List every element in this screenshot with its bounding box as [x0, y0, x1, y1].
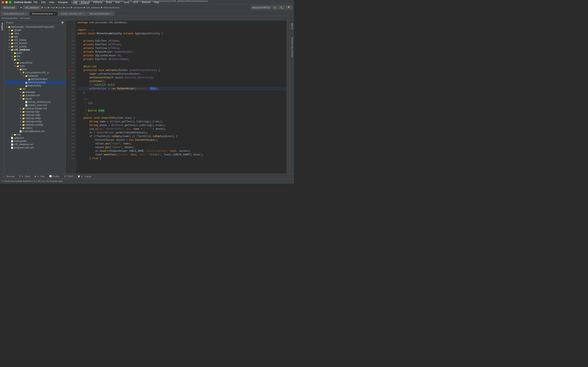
code-editor[interactable]: 1 2 17 18 19 20 21 22 23 24 25 26 27 28 …: [66, 20, 290, 174]
tree-item-java[interactable]: ▼ 📁 java: [4, 68, 66, 71]
tree-item-androidmanifest[interactable]: 📄 AndroidManifest.xml: [4, 130, 66, 133]
tab-directoryactivity[interactable]: DirectoryActivity.java ✕: [29, 11, 58, 16]
tree-item-drawable-v24[interactable]: ▶ 📁 drawable-v24: [4, 94, 66, 97]
javadoc-start-36: /**: [84, 98, 88, 101]
tree-item-mainactivity[interactable]: ☕ MainActivity: [4, 84, 66, 87]
minimize-button[interactable]: [5, 1, 8, 3]
close-tab-androidmanifest[interactable]: ✕: [25, 13, 26, 15]
tree-item-c05database[interactable]: ▼ 📁 c05_database: [4, 48, 66, 51]
tab-androidmanifest[interactable]: AndroidManifest.xml ✕: [1, 11, 29, 16]
project-dropdown[interactable]: MyExample: [2, 6, 17, 9]
tree-item-directoryactivity[interactable]: ☕ DirectoryActivity: [4, 81, 66, 84]
label-myopenhelper: MyOpenHelper: [31, 78, 48, 81]
tree-item-c04activity[interactable]: ▶ 📁 c04_activity: [4, 45, 66, 48]
logcat-num: 6: [81, 175, 82, 178]
label-c03dialog: c03_Dialog: [14, 39, 26, 42]
kw-protected-28: protected: [84, 68, 97, 72]
tree-item-proguard[interactable]: 📄 proguard-rules.pro: [4, 146, 66, 149]
tree-item-drawable[interactable]: ▶ 📁 drawable: [4, 91, 66, 94]
line-num-47: 47: [66, 138, 74, 142]
tree-item-gitignore[interactable]: 📄 .gitignore: [4, 136, 66, 140]
indent-40: [78, 113, 85, 116]
close-tab-activity-directory[interactable]: ✕: [82, 13, 84, 15]
tree-item-test[interactable]: ▶ 📁 test: [4, 133, 66, 136]
semi-24: ;: [120, 54, 122, 58]
menu-edit[interactable]: Edit: [40, 0, 47, 4]
tree-item-app[interactable]: ▶ 📁 app: [4, 35, 66, 38]
tree-item-libs[interactable]: ▶ 📁 libs: [4, 55, 66, 58]
label-gitignore: .gitignore: [14, 136, 24, 139]
tab-myopenhelper[interactable]: MyOpenHelper.java ✕: [87, 11, 114, 16]
breadcrumb-method[interactable]: onCreate(): [20, 17, 31, 19]
tree-item-activity-directory-xml[interactable]: 📄 activity_directory.xml: [4, 100, 66, 104]
module-dropdown[interactable]: c05_database: [23, 6, 41, 9]
tree-item-mipmap-mdpi[interactable]: ▶ 📁 mipmap-mdpi: [4, 113, 66, 117]
tree-item-mipmap-xxxhdpi[interactable]: ▶ 📁 mipmap-xxxhdpi: [4, 123, 66, 126]
close-tab-directoryactivity[interactable]: ✕: [53, 13, 55, 15]
debug-button[interactable]: 🐛: [278, 6, 285, 9]
tree-item-database-folder[interactable]: ▼ 📁 database: [4, 74, 66, 77]
tree-item-c03listview[interactable]: ▶ 📁 c03_listview: [4, 42, 66, 45]
maximize-button[interactable]: [9, 1, 11, 3]
bottom-tab-logcat[interactable]: 📋 6: Logcat: [76, 175, 93, 178]
tree-item-src[interactable]: ▼ 📁 src: [4, 58, 66, 61]
tree-item-main[interactable]: ▼ 📁 main: [4, 64, 66, 68]
label-iml: c05_database.iml: [14, 143, 33, 146]
traffic-lights[interactable]: [2, 1, 11, 3]
tab-activity-directory-xml[interactable]: activity_directory.xml ✕: [58, 11, 86, 16]
tree-item-res[interactable]: ▼ 📁 res: [4, 87, 66, 91]
menu-view[interactable]: View: [48, 0, 56, 4]
bottom-tab-build[interactable]: ⚒ 4: Build: [17, 175, 32, 178]
kw-import: import: [78, 28, 86, 32]
tree-item-mipmap-anydpi[interactable]: ▶ 📁 mipmap-anydpi-v26: [4, 107, 66, 110]
tree-item-idea[interactable]: ▶ 📁 .idea: [4, 32, 66, 35]
tree-item-androidtest[interactable]: ▶ 📁 androidTest: [4, 61, 66, 64]
line-num-45: 45: [66, 131, 74, 134]
tree-item-build[interactable]: ▼ 📁 build: [4, 51, 66, 55]
bottom-tab-run[interactable]: ▶ 4: Run: [33, 175, 47, 178]
tree-item-gradle[interactable]: ▶ 📁 .gradle: [4, 29, 66, 32]
tree-item-myopenhelper[interactable]: ☕ MyOpenHelper: [4, 77, 66, 81]
tablename-50: .TABLE_NAME,: [128, 149, 145, 153]
close-tab-myopenhelper[interactable]: ✕: [110, 13, 112, 15]
src-label: src: [44, 6, 47, 9]
bottom-tab-todo[interactable]: ☰ TODO: [62, 175, 75, 178]
menu-navigate[interactable]: Navigate: [56, 0, 69, 4]
tree-item-iml[interactable]: 📄 c05_database.iml: [4, 143, 66, 146]
tree-item-layout[interactable]: ▼ 📁 layout: [4, 97, 66, 100]
menu-file[interactable]: File: [32, 0, 39, 4]
project-sidebar[interactable]: Project ⚙️ ▼ 📁 MyExample ~/AndroidStudio…: [4, 20, 66, 174]
tree-item-activity-main-xml[interactable]: 📄 activity_main.xml: [4, 104, 66, 107]
indent-47: [78, 138, 95, 142]
tree-item-mipmap-hdpi[interactable]: ▶ 📁 mipmap-hdpi: [4, 110, 66, 113]
bottom-tab-profiler[interactable]: 📊 Profiler: [47, 175, 62, 178]
right-panel-tabs[interactable]: Gradle Device File Explorer: [290, 20, 294, 174]
bottom-tab-terminal[interactable]: >_ Terminal: [1, 175, 17, 178]
right-scroll-gutter[interactable]: [287, 20, 290, 174]
search-icon-toolbar[interactable]: 🔍: [286, 6, 292, 9]
tree-item-package[interactable]: ▼ 📦 com.yexiaomo.c05_d...: [4, 71, 66, 74]
right-tab-device-explorer[interactable]: Device File Explorer: [290, 35, 294, 58]
build-icon: ⚒: [19, 175, 21, 177]
close-button[interactable]: [2, 1, 4, 3]
tree-item-myexample[interactable]: ▼ 📁 MyExample ~/AndroidStudioProjects/M.…: [4, 25, 66, 29]
assign-47: =: [126, 138, 128, 142]
dot-48: .: [104, 142, 105, 146]
left-tab-project[interactable]: Project: [1, 21, 4, 32]
device-dropdown[interactable]: Nexus 5X API 21: [251, 6, 272, 9]
method-insert-50: insert: [100, 149, 108, 153]
method-oncreate: onCreate: [105, 68, 117, 72]
tree-item-mipmap-xhdpi[interactable]: ▶ 📁 mipmap-xhdpi: [4, 117, 66, 120]
code-text-area[interactable]: package com.yexiaomo.c05_database; impor…: [76, 20, 287, 174]
tree-item-c03dialog[interactable]: ▶ 📁 c03_Dialog: [4, 38, 66, 42]
breadcrumb-class[interactable]: DirectoryActivity: [2, 17, 18, 19]
tree-item-values[interactable]: ▶ 📁 values: [4, 126, 66, 130]
tree-item-mipmap-xxhdpi[interactable]: ▶ 📁 mipmap-xxhdpi: [4, 120, 66, 123]
left-panel-tabs[interactable]: Project: [0, 20, 4, 174]
tree-item-buildgradle[interactable]: 📄 build.gradle: [4, 140, 66, 143]
run-button[interactable]: ▶: [272, 6, 278, 9]
right-tab-gradle[interactable]: Gradle: [290, 21, 294, 31]
folder-icon-mipmap-xxxhdpi: 📁: [22, 124, 25, 126]
folder-icon-mipmap-anydpi: 📁: [22, 108, 25, 110]
assign-43: =: [108, 124, 110, 127]
